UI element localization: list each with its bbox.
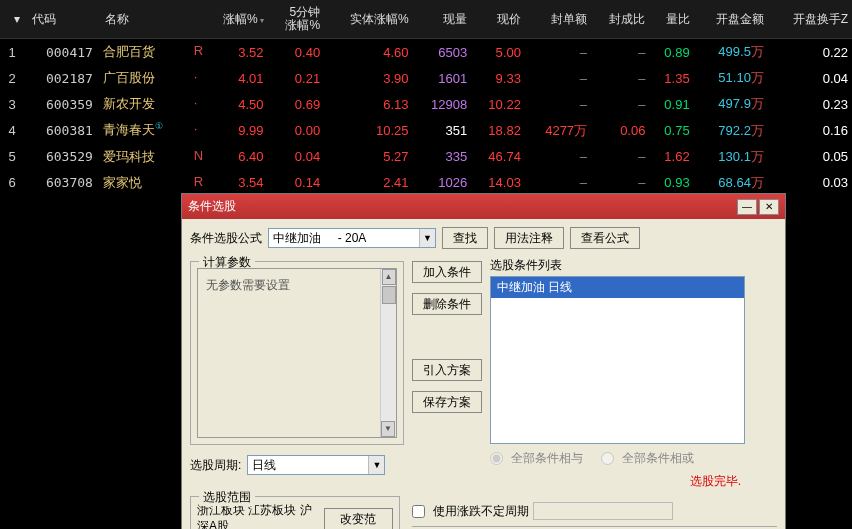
radio-or[interactable]: 全部条件相或 [601, 450, 694, 467]
usage-button[interactable]: 用法注释 [494, 227, 564, 249]
range-legend: 选股范围 [199, 489, 255, 506]
formula-input[interactable] [269, 229, 419, 247]
col-name[interactable]: 名称 [97, 0, 190, 39]
period-label: 选股周期: [190, 457, 241, 474]
table-row[interactable]: 6603708家家悦R3.540.142.41102614.03––0.9368… [0, 170, 852, 196]
col-openturn[interactable]: 开盘换手Z [768, 0, 852, 39]
period-combo[interactable]: ▼ [247, 455, 385, 475]
formula-label: 条件选股公式 [190, 230, 262, 247]
calc-params-fieldset: 计算参数 无参数需要设置 ▲ ▼ [190, 261, 404, 445]
delete-condition-button[interactable]: 删除条件 [412, 293, 482, 315]
add-condition-button[interactable]: 加入条件 [412, 261, 482, 283]
radio-and[interactable]: 全部条件相与 [490, 450, 583, 467]
col-volr[interactable]: 量比 [649, 0, 693, 39]
scrollbar[interactable]: ▲ ▼ [380, 269, 396, 437]
table-row[interactable]: 2002187广百股份·4.010.213.9016019.33––1.3551… [0, 65, 852, 91]
col-seal[interactable]: 封单额 [525, 0, 591, 39]
chevron-down-icon[interactable]: ▼ [368, 456, 384, 474]
use-change-period[interactable]: 使用涨跌不定周期 [412, 502, 777, 520]
col-price[interactable]: 现价 [471, 0, 525, 39]
period-input[interactable] [248, 456, 368, 474]
close-button[interactable]: ✕ [759, 199, 779, 215]
calc-text: 无参数需要设置 [206, 278, 290, 292]
view-formula-button[interactable]: 查看公式 [570, 227, 640, 249]
col-chg5[interactable]: 5分钟 涨幅% [268, 0, 325, 39]
col-flag [190, 0, 203, 39]
table-row[interactable]: 4600381青海春天①·9.990.0010.2535118.824277万0… [0, 117, 852, 143]
table-row[interactable]: 5603529爱玛科技N6.400.045.2733546.74––1.6213… [0, 144, 852, 170]
col-chg[interactable]: 涨幅%▾ [203, 0, 268, 39]
scroll-thumb[interactable] [382, 286, 396, 304]
conditions-list[interactable]: 中继加油 日线 [490, 276, 745, 444]
col-code[interactable]: 代码 [24, 0, 97, 39]
save-plan-button[interactable]: 保存方案 [412, 391, 482, 413]
dialog-titlebar[interactable]: 条件选股 — ✕ [182, 194, 785, 219]
list-item[interactable]: 中继加油 日线 [491, 277, 744, 298]
range-text: 浙江板块 江苏板块 沪深A股 [197, 503, 316, 529]
table-row[interactable]: 3600359新农开发·4.500.696.131290810.22––0.91… [0, 91, 852, 117]
sort-icon: ▾ [260, 16, 264, 25]
import-plan-button[interactable]: 引入方案 [412, 359, 482, 381]
status-done: 选股完毕. [494, 473, 741, 490]
col-dropdown[interactable]: ▾ [0, 0, 24, 39]
dialog-title: 条件选股 [188, 198, 236, 215]
header-row: ▾ 代码 名称 涨幅%▾ 5分钟 涨幅% 实体涨幅% 现量 现价 封单额 封成比… [0, 0, 852, 39]
scroll-down-icon[interactable]: ▼ [381, 421, 395, 437]
minimize-button[interactable]: — [737, 199, 757, 215]
calc-box: 无参数需要设置 ▲ ▼ [197, 268, 397, 438]
col-openamt[interactable]: 开盘金额 [694, 0, 768, 39]
col-vol[interactable]: 现量 [413, 0, 472, 39]
col-sealr[interactable]: 封成比 [591, 0, 649, 39]
find-button[interactable]: 查找 [442, 227, 488, 249]
range-fieldset: 选股范围 浙江板块 江苏板块 沪深A股 改变范围 [190, 496, 400, 529]
chevron-down-icon[interactable]: ▼ [419, 229, 435, 247]
stock-table: ▾ 代码 名称 涨幅%▾ 5分钟 涨幅% 实体涨幅% 现量 现价 封单额 封成比… [0, 0, 852, 196]
col-real[interactable]: 实体涨幅% [324, 0, 412, 39]
disabled-period-field [533, 502, 673, 520]
condition-filter-dialog: 条件选股 — ✕ 条件选股公式 ▼ 查找 用法注释 查看公式 计算参数 无参数需… [181, 193, 786, 529]
change-range-button[interactable]: 改变范围 [324, 508, 393, 529]
table-row[interactable]: 1000417合肥百货R3.520.404.6065035.00––0.8949… [0, 39, 852, 66]
use-change-checkbox[interactable] [412, 505, 425, 518]
formula-combo[interactable]: ▼ [268, 228, 436, 248]
scroll-up-icon[interactable]: ▲ [382, 269, 396, 285]
conditions-list-label: 选股条件列表 [490, 257, 745, 274]
